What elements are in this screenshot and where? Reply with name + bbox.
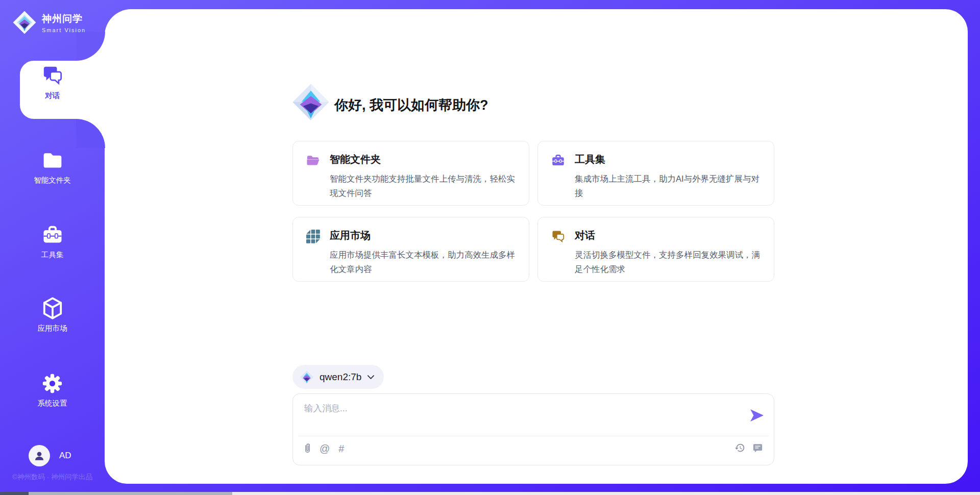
sidebar-item-settings[interactable]: 系统设置: [0, 372, 105, 408]
avatar: [29, 445, 50, 466]
folder-open-icon: [306, 154, 320, 167]
brand-subtitle: Smart Vision: [42, 27, 86, 33]
card-chat[interactable]: 对话 灵活切换多模型文件，支持多样回复效果调试，满足个性化需求: [537, 217, 774, 282]
briefcase-icon: [551, 154, 565, 167]
attachment-icon[interactable]: [304, 443, 311, 454]
grid-icon: [306, 230, 320, 243]
card-description: 灵活切换多模型文件，支持多样回复效果调试，满足个性化需求: [575, 247, 763, 276]
card-smart-folder[interactable]: 智能文件夹 智能文件夹功能支持批量文件上传与清洗，轻松实现文件问答: [292, 141, 529, 206]
sidebar-item-label: 工具集: [41, 250, 64, 260]
message-input[interactable]: [304, 402, 733, 433]
model-diamond-icon: [300, 370, 314, 384]
chat-bubbles-icon: [551, 230, 565, 243]
folder-icon: [41, 149, 64, 171]
history-icon[interactable]: [734, 442, 745, 453]
chevron-down-icon: [367, 375, 375, 380]
sidebar: 神州问学 Smart Vision 对话 智能文件夹: [0, 0, 105, 495]
scrollbar-corner: [0, 492, 29, 495]
mention-icon[interactable]: @: [320, 442, 330, 455]
person-icon: [33, 449, 46, 462]
card-description: 应用市场提供丰富长文本模板，助力高效生成多样化文章内容: [330, 247, 518, 276]
message-composer: @ #: [292, 393, 774, 465]
copyright-footer: ©神州数码 · 神州问学出品: [0, 473, 105, 482]
horizontal-scrollbar-thumb[interactable]: [29, 492, 232, 495]
card-title: 智能文件夹: [330, 153, 381, 166]
composer-tools-right: [734, 442, 763, 453]
model-name: qwen2:7b: [320, 372, 361, 383]
brand-diamond-icon: [12, 10, 37, 35]
greeting-title: 你好, 我可以如何帮助你?: [334, 96, 488, 114]
briefcase-icon: [41, 224, 64, 246]
user-initials: AD: [59, 451, 71, 461]
composer-divider: [298, 436, 769, 436]
sidebar-item-smart-folder[interactable]: 智能文件夹: [0, 149, 105, 185]
send-icon[interactable]: [750, 409, 764, 422]
brand-logo: 神州问学 Smart Vision: [12, 10, 86, 35]
user-account[interactable]: AD: [29, 445, 71, 466]
card-description: 智能文件夹功能支持批量文件上传与清洗，轻松实现文件问答: [330, 171, 518, 200]
sidebar-item-toolset[interactable]: 工具集: [0, 224, 105, 260]
gear-icon: [41, 372, 64, 394]
topic-icon[interactable]: #: [338, 442, 344, 455]
feature-cards: 智能文件夹 智能文件夹功能支持批量文件上传与清洗，轻松实现文件问答 工具集 集成…: [292, 141, 774, 282]
sidebar-item-label: 应用市场: [38, 324, 67, 333]
sidebar-item-label: 对话: [45, 91, 60, 101]
card-title: 工具集: [575, 153, 605, 166]
sidebar-item-chat[interactable]: 对话: [0, 64, 105, 101]
assistant-diamond-icon: [291, 83, 330, 121]
card-title: 对话: [575, 229, 595, 242]
card-description: 集成市场上主流工具，助力AI与外界无缝扩展与对接: [575, 171, 763, 200]
composer-tools-left: @ #: [304, 442, 344, 455]
sidebar-item-app-market[interactable]: 应用市场: [0, 297, 105, 333]
model-selector[interactable]: qwen2:7b: [292, 365, 384, 389]
chat-bubbles-icon: [41, 64, 64, 87]
card-app-market[interactable]: 应用市场 应用市场提供丰富长文本模板，助力高效生成多样化文章内容: [292, 217, 529, 282]
card-title: 应用市场: [330, 229, 371, 242]
sidebar-item-label: 智能文件夹: [34, 176, 71, 185]
quick-chat-icon[interactable]: [753, 443, 763, 453]
card-toolset[interactable]: 工具集 集成市场上主流工具，助力AI与外界无缝扩展与对接: [537, 141, 774, 206]
cube-icon: [41, 297, 64, 319]
brand-title: 神州问学: [42, 12, 86, 26]
sidebar-item-label: 系统设置: [38, 399, 67, 408]
